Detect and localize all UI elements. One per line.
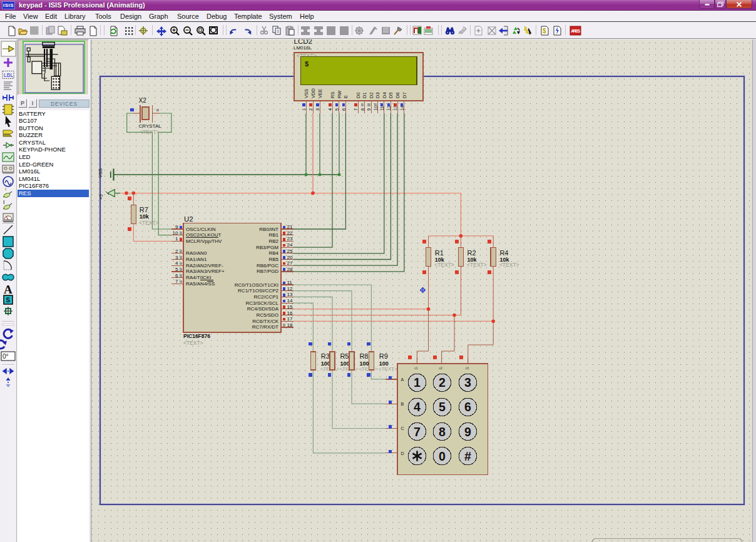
svg-text:c2: c2 (439, 366, 443, 370)
svg-text:6: 6 (464, 400, 471, 414)
svg-text:3: 3 (315, 108, 320, 111)
svg-text:6: 6 (341, 108, 347, 111)
svg-text:♀: ♀ (4, 187, 8, 192)
svg-text:LCD2: LCD2 (294, 39, 312, 45)
svg-text:c3: c3 (466, 366, 469, 370)
svg-text:E: E (343, 95, 349, 98)
svg-text:<TEXT>: <TEXT> (139, 220, 159, 226)
svg-text:A: A (401, 377, 404, 382)
svg-text:$: $ (305, 60, 309, 68)
svg-text:RC5/SDO: RC5/SDO (256, 312, 278, 318)
svg-text:B: B (401, 402, 404, 406)
svg-text:14: 14 (287, 298, 293, 304)
svg-text:R2: R2 (467, 249, 476, 257)
svg-text:RC3/SCK/SCL: RC3/SCK/SCL (246, 300, 279, 306)
svg-text:RW: RW (337, 90, 342, 98)
svg-text:8: 8 (360, 108, 365, 111)
svg-text:R4: R4 (499, 249, 508, 257)
svg-text:LBL: LBL (4, 72, 13, 78)
svg-text:S: S (6, 297, 11, 304)
svg-text:5: 5 (439, 400, 446, 414)
svg-text:R3: R3 (321, 352, 330, 360)
svg-text:3: 3 (175, 255, 178, 260)
svg-text:MCLR/Vpp/THV: MCLR/Vpp/THV (186, 238, 222, 244)
svg-text:11: 11 (379, 106, 385, 111)
svg-text:13: 13 (287, 292, 293, 297)
svg-text:4: 4 (175, 260, 178, 266)
svg-text:22: 22 (287, 230, 293, 236)
svg-text:RS: RS (330, 92, 335, 98)
svg-text:D7: D7 (402, 92, 407, 98)
svg-text:20: 20 (287, 255, 293, 260)
svg-text:C: C (401, 426, 404, 431)
svg-text:RC7/RX/DT: RC7/RX/DT (252, 324, 278, 330)
svg-text:8: 8 (439, 425, 446, 439)
svg-text:<TEXT>: <TEXT> (467, 262, 487, 268)
svg-text:<TEXT>: <TEXT> (499, 262, 519, 268)
svg-text:11: 11 (287, 280, 293, 285)
svg-text:D6: D6 (395, 92, 401, 98)
svg-text:#: # (464, 449, 471, 463)
svg-text:9: 9 (464, 425, 471, 439)
svg-text:9: 9 (175, 224, 178, 230)
svg-text:7: 7 (175, 279, 178, 284)
svg-text:13: 13 (392, 106, 398, 111)
svg-text:RA4/T0CKI: RA4/T0CKI (186, 275, 211, 280)
svg-text:14: 14 (399, 106, 405, 111)
svg-text:RB0/INT: RB0/INT (259, 227, 278, 232)
svg-text:OSC2/CLKOUT: OSC2/CLKOUT (186, 232, 222, 238)
svg-text:RA3/AN3/VREF+: RA3/AN3/VREF+ (186, 268, 225, 274)
svg-text:RA2/AN2/VREF-: RA2/AN2/VREF- (186, 263, 223, 268)
svg-text:28: 28 (287, 267, 293, 272)
svg-text:10k: 10k (140, 213, 150, 220)
svg-text:12: 12 (287, 286, 293, 292)
svg-text:RC2/CCP1: RC2/CCP1 (253, 294, 278, 300)
svg-text:2: 2 (175, 248, 178, 254)
svg-text:27: 27 (287, 260, 293, 266)
svg-text:RB1: RB1 (268, 232, 278, 238)
svg-text:<TEXT>: <TEXT> (140, 129, 160, 135)
svg-text:5: 5 (175, 267, 178, 272)
svg-text:R1: R1 (435, 249, 444, 257)
svg-text:4: 4 (414, 400, 421, 414)
svg-text:X2: X2 (139, 97, 147, 104)
svg-text:0: 0 (439, 449, 446, 463)
svg-text:D1: D1 (362, 92, 367, 98)
svg-text:12: 12 (386, 106, 392, 111)
svg-text:<TEXT>: <TEXT> (434, 262, 454, 268)
svg-text:ARES: ARES (571, 29, 580, 33)
svg-text:D4: D4 (382, 92, 387, 98)
svg-text:10: 10 (373, 106, 379, 111)
svg-text:<TEXT>: <TEXT> (183, 340, 203, 346)
svg-text:RC1/T1OSI/CCP2: RC1/T1OSI/CCP2 (238, 288, 278, 294)
svg-text:1: 1 (175, 236, 178, 242)
svg-text:RC0/T1OSO/T1CKI: RC0/T1OSO/T1CKI (235, 282, 278, 288)
svg-text:R7: R7 (140, 206, 148, 213)
svg-text:1: 1 (414, 376, 421, 389)
svg-text:c1: c1 (414, 366, 418, 370)
svg-text:RB3/PGM: RB3/PGM (256, 245, 278, 250)
svg-text:2: 2 (439, 376, 446, 389)
svg-text:10: 10 (173, 230, 178, 236)
svg-text:VSS: VSS (98, 168, 103, 178)
svg-text:OSC1/CLKIN: OSC1/CLKIN (186, 227, 216, 232)
svg-text:7: 7 (414, 425, 421, 439)
svg-text:RC4/SDI/SDA: RC4/SDI/SDA (247, 306, 279, 312)
svg-text:RA5/AN4/SS: RA5/AN4/SS (186, 281, 215, 287)
svg-text:RB5: RB5 (268, 257, 278, 262)
svg-text:21: 21 (287, 224, 293, 230)
svg-text:3: 3 (464, 376, 471, 389)
svg-text:23: 23 (287, 236, 293, 242)
svg-text:VEE: VEE (317, 89, 323, 98)
svg-text:9: 9 (366, 108, 372, 111)
svg-text:25: 25 (287, 248, 293, 254)
svg-text:VSS: VSS (304, 89, 309, 98)
svg-text:24: 24 (287, 242, 293, 248)
svg-text:<TEXT>: <TEXT> (359, 366, 377, 372)
svg-text:R8: R8 (359, 352, 368, 360)
svg-text:R5: R5 (340, 352, 349, 360)
svg-text:4: 4 (327, 108, 333, 111)
svg-text:RB6/PGC: RB6/PGC (257, 263, 278, 268)
svg-text:RB4: RB4 (268, 250, 278, 256)
svg-text:U2: U2 (184, 215, 193, 223)
